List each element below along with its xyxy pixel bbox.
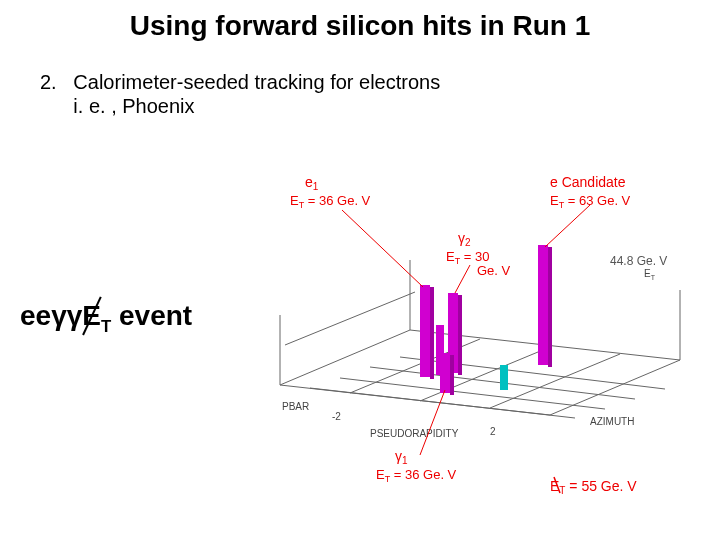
bullet-line2: i. e. , Phoenix: [73, 95, 194, 117]
tower-ecand: [538, 245, 552, 367]
yaxis-label: ET: [644, 268, 656, 281]
event-suffix: event: [111, 300, 192, 331]
ann-ecand-et: ET = 63 Ge. V: [550, 193, 631, 210]
pseudorapidity-label: PSEUDORAPIDITY: [370, 428, 459, 439]
bullet-line1: Calorimeter-seeded tracking for electron…: [73, 71, 440, 93]
tower-aux: [500, 365, 508, 390]
svg-rect-13: [548, 247, 552, 367]
ann-g1-et: ET = 36 Ge. V: [376, 467, 457, 484]
svg-marker-0: [280, 330, 680, 415]
svg-text:ET = 55 Ge. V: ET = 55 Ge. V: [550, 478, 637, 495]
event-label: eeγγET event: [20, 300, 192, 337]
svg-rect-20: [450, 355, 454, 395]
tick-neg2: -2: [332, 411, 341, 422]
svg-rect-21: [500, 365, 508, 390]
tower-e1: [420, 285, 434, 379]
event-missing-et-T: T: [101, 317, 111, 336]
slide-root: Using forward silicon hits in Run 1 2. C…: [0, 0, 720, 540]
svg-rect-17: [458, 295, 462, 375]
svg-rect-15: [430, 287, 434, 379]
ann-ecand-lbl: e Candidate: [550, 174, 626, 190]
azimuth-label: AZIMUTH: [590, 416, 634, 427]
ann-e1-sym: e1: [305, 174, 319, 192]
svg-rect-14: [420, 285, 430, 377]
ann-met-top: 44.8 Ge. V: [610, 254, 667, 268]
pbar-label: PBAR: [282, 401, 309, 412]
svg-line-24: [455, 265, 470, 293]
tick-pos2: 2: [490, 426, 496, 437]
event-ee: ee: [20, 300, 51, 331]
grid: [280, 260, 680, 418]
svg-rect-12: [538, 245, 548, 365]
bullet-number: 2.: [40, 71, 57, 93]
svg-line-23: [545, 205, 590, 247]
ann-e1-et: ET = 36 Ge. V: [290, 193, 371, 210]
tower-g1: [440, 353, 454, 395]
svg-line-2: [340, 378, 605, 409]
lego-chart: ET PBAR PSEUDORAPIDITY AZIMUTH -2 2: [250, 165, 700, 495]
ann-g2-unit: Ge. V: [477, 263, 511, 278]
slide-title: Using forward silicon hits in Run 1: [0, 10, 720, 42]
ann-g2-sym: γ2: [458, 230, 471, 248]
svg-line-5: [285, 292, 415, 345]
ann-g1-sym: γ1: [395, 448, 408, 466]
ann-missing-et: ET = 55 Ge. V: [550, 477, 637, 495]
svg-line-22: [342, 210, 423, 287]
event-gammagamma: γγ: [51, 300, 82, 331]
event-missing-et-E: E: [82, 300, 101, 332]
svg-rect-19: [440, 353, 450, 393]
bullet-block: 2. Calorimeter-seeded tracking for elect…: [40, 70, 440, 118]
